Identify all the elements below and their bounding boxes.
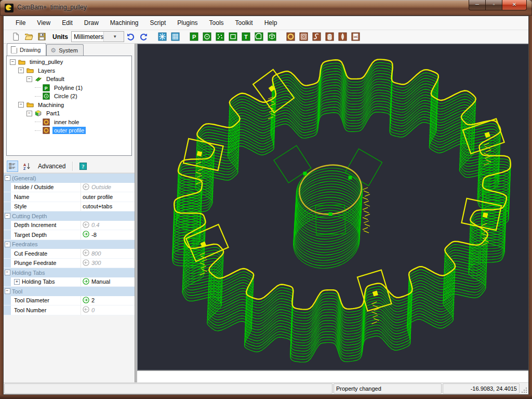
modified-indicator-icon	[83, 231, 89, 238]
property-value[interactable]: -8	[81, 230, 135, 240]
tree-expander[interactable]: −	[18, 68, 24, 73]
chevron-down-icon[interactable]: ▼	[103, 32, 124, 42]
maximize-button[interactable]: ▫	[485, 0, 502, 10]
draw-rectangle-icon[interactable]	[227, 31, 240, 43]
collapse-icon[interactable]: −	[5, 288, 10, 294]
property-value[interactable]: 0	[81, 305, 135, 315]
draw-surface-icon[interactable]	[265, 31, 278, 43]
property-value[interactable]: 2	[81, 296, 135, 305]
show-grid-icon[interactable]	[169, 31, 182, 43]
property-row[interactable]: Cut Feedrate800	[4, 249, 135, 259]
svg-text:Z: Z	[23, 166, 26, 170]
tree-row[interactable]: PPolyline (1)	[7, 84, 131, 92]
property-value[interactable]: Outside	[81, 183, 135, 192]
property-value[interactable]: cutout+tabs	[81, 202, 135, 211]
mop-3d-profile-icon[interactable]	[336, 31, 349, 43]
property-category[interactable]: −Holding Tabs	[4, 268, 135, 277]
mop-gcode-icon[interactable]: HC	[349, 31, 362, 43]
collapse-icon[interactable]: −	[5, 270, 10, 275]
menu-item-plugins[interactable]: Plugins	[171, 17, 203, 29]
mop-profile-icon[interactable]	[284, 31, 297, 43]
close-button[interactable]: ✕	[502, 0, 527, 10]
property-toolbar: AZ Advanced ?	[4, 159, 135, 173]
tree-expander[interactable]: −	[18, 102, 24, 108]
draw-polyline-icon[interactable]: P	[188, 31, 201, 43]
open-file-icon[interactable]	[22, 31, 35, 43]
menu-item-machining[interactable]: Machining	[104, 17, 144, 29]
svg-text:P: P	[192, 34, 196, 40]
collapse-icon[interactable]: −	[5, 213, 10, 219]
property-row[interactable]: Stylecutout+tabs	[4, 202, 135, 212]
svg-text:?: ?	[82, 163, 85, 169]
property-row[interactable]: Nameouter profile	[4, 192, 135, 202]
expand-icon[interactable]: +	[14, 279, 20, 285]
categorized-view-icon[interactable]	[7, 161, 18, 172]
property-row[interactable]: Tool Diameter2	[4, 296, 135, 306]
property-row[interactable]: Depth Increment0.4	[4, 221, 135, 231]
tree-row[interactable]: Circle (2)	[7, 92, 131, 101]
mop-drill-icon[interactable]	[323, 31, 336, 43]
draw-text-icon[interactable]: T	[240, 31, 252, 43]
property-row[interactable]: Tool Number0	[4, 305, 135, 315]
minimize-button[interactable]: ─	[469, 0, 486, 10]
tab-system[interactable]: ⚙ System	[46, 44, 83, 56]
mop-pocket-icon[interactable]	[297, 31, 310, 43]
property-category[interactable]: −Cutting Depth	[4, 211, 135, 221]
tab-drawing[interactable]: Drawing	[7, 43, 46, 56]
tree-row[interactable]: −timing_pulley	[7, 58, 131, 66]
new-file-icon[interactable]	[9, 31, 22, 43]
category-gutter: −	[4, 240, 11, 249]
menu-item-edit[interactable]: Edit	[56, 17, 78, 29]
tree-expander[interactable]: −	[26, 76, 32, 82]
property-label-text: Plunge Feedrate	[14, 260, 56, 266]
save-file-icon[interactable]	[35, 31, 48, 43]
tree-row[interactable]: outer profile	[7, 126, 131, 135]
menu-item-view[interactable]: View	[31, 17, 56, 29]
draw-arc-icon[interactable]	[252, 31, 265, 43]
menu-item-file[interactable]: File	[10, 17, 31, 29]
mop-engrave-icon[interactable]	[310, 31, 323, 43]
draw-points-icon[interactable]	[214, 31, 227, 43]
resize-grip[interactable]	[520, 383, 528, 394]
units-dropdown[interactable]: Millimeters▼	[71, 31, 124, 42]
property-category[interactable]: −(General)	[4, 174, 135, 183]
tree-connector	[35, 130, 41, 131]
undo-icon[interactable]	[124, 31, 137, 43]
property-category[interactable]: −Feedrates	[4, 240, 135, 249]
collapse-icon[interactable]: −	[5, 175, 10, 181]
help-icon[interactable]: ?	[77, 161, 89, 172]
advanced-button[interactable]: Advanced	[36, 162, 68, 171]
category-label: Cutting Depth	[11, 211, 47, 221]
tree-row[interactable]: −Default	[7, 75, 131, 84]
category-gutter: −	[4, 287, 11, 296]
property-value[interactable]: 300	[81, 259, 135, 268]
menu-item-tools[interactable]: Tools	[204, 17, 230, 29]
property-row[interactable]: Inside / OutsideOutside	[4, 183, 135, 193]
menu-item-script[interactable]: Script	[144, 17, 172, 29]
property-category[interactable]: −Tool	[4, 287, 135, 296]
menu-item-help[interactable]: Help	[259, 17, 283, 29]
property-row[interactable]: Plunge Feedrate300	[4, 259, 135, 269]
tree-row[interactable]: −Part1	[7, 109, 131, 118]
titlebar[interactable]: CamBam+ timing_pulley ─▫✕	[0, 0, 532, 16]
alphabetical-sort-icon[interactable]: AZ	[21, 161, 33, 172]
tree-row[interactable]: inner hole	[7, 118, 131, 127]
collapse-icon[interactable]: −	[5, 242, 10, 247]
viewport-3d-canvas[interactable]	[137, 44, 528, 370]
tree-row[interactable]: −Machining	[7, 101, 131, 110]
redo-icon[interactable]	[137, 31, 150, 43]
property-value[interactable]: 800	[81, 249, 135, 258]
show-axes-icon[interactable]	[156, 31, 169, 43]
property-value[interactable]: 0.4	[81, 221, 135, 230]
tree-row[interactable]: −Layers	[7, 66, 131, 75]
tree-expander[interactable]: −	[10, 59, 16, 65]
tree-expander[interactable]: −	[26, 111, 32, 116]
menu-item-draw[interactable]: Draw	[78, 17, 104, 29]
property-row[interactable]: Target Depth-8	[4, 230, 135, 240]
property-value[interactable]: Manual	[81, 277, 135, 287]
property-row[interactable]: +Holding TabsManual	[4, 277, 135, 287]
bottom-strip	[137, 370, 528, 382]
draw-circle-icon[interactable]	[201, 31, 214, 43]
property-value[interactable]: outer profile	[81, 192, 135, 202]
menu-item-toolkit[interactable]: Toolkit	[230, 17, 259, 29]
